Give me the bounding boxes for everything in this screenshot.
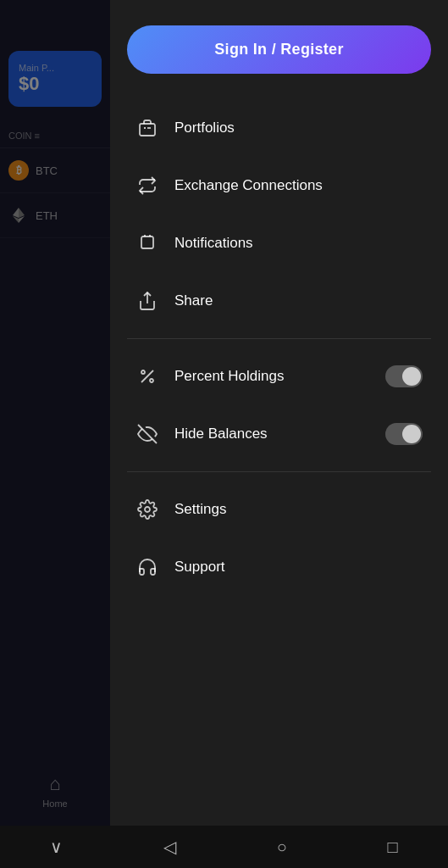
svg-point-12 xyxy=(150,379,153,382)
share-item[interactable]: Share xyxy=(127,272,431,330)
svg-line-13 xyxy=(141,370,153,382)
hide-balances-icon xyxy=(136,422,159,446)
percent-holdings-toggle[interactable] xyxy=(385,365,423,387)
settings-icon xyxy=(136,498,159,521)
hide-balances-toggle[interactable] xyxy=(385,423,423,445)
signin-button[interactable]: Sign In / Register xyxy=(127,25,431,74)
notifications-item[interactable]: Notifications xyxy=(127,214,431,272)
svg-rect-7 xyxy=(141,236,153,248)
svg-point-15 xyxy=(145,507,150,512)
notifications-icon xyxy=(136,231,159,255)
support-item[interactable]: Support xyxy=(127,538,431,596)
hide-balances-knob xyxy=(402,425,421,443)
hide-balances-label: Hide Balances xyxy=(174,426,370,442)
bottom-navigation: ∨ ◁ ○ □ xyxy=(0,826,448,868)
recents-button[interactable]: □ xyxy=(374,831,412,864)
back-button[interactable]: ◁ xyxy=(150,830,190,864)
menu-section-bottom: Settings Support xyxy=(127,481,431,596)
exchange-connections-item[interactable]: Exchange Connections xyxy=(127,157,431,214)
portfolios-label: Portfolios xyxy=(174,120,423,136)
side-drawer: Sign In / Register Portfolios xyxy=(110,0,448,826)
support-icon xyxy=(136,555,159,579)
portfolios-icon xyxy=(136,116,159,140)
percent-holdings-knob xyxy=(402,367,421,386)
exchange-connections-icon xyxy=(136,174,159,198)
svg-point-11 xyxy=(141,370,145,374)
home-button[interactable]: ○ xyxy=(263,831,301,864)
svg-rect-4 xyxy=(140,124,155,136)
percent-holdings-label: Percent Holdings xyxy=(174,368,370,385)
share-icon xyxy=(136,289,159,313)
notifications-label: Notifications xyxy=(174,235,423,252)
settings-item[interactable]: Settings xyxy=(127,481,431,538)
settings-label: Settings xyxy=(174,501,423,518)
share-label: Share xyxy=(174,292,423,309)
menu-section-toggles: Percent Holdings Hide Balances xyxy=(127,348,431,472)
support-label: Support xyxy=(174,559,423,576)
percent-holdings-toggle-row[interactable]: Percent Holdings xyxy=(127,348,431,405)
hide-balances-toggle-row[interactable]: Hide Balances xyxy=(127,405,431,463)
percent-holdings-icon xyxy=(136,364,159,388)
menu-section-1: Portfolios Exchange Connections xyxy=(127,99,431,339)
chevron-down-button[interactable]: ∨ xyxy=(36,830,76,864)
exchange-connections-label: Exchange Connections xyxy=(174,177,423,194)
portfolios-item[interactable]: Portfolios xyxy=(127,99,431,157)
